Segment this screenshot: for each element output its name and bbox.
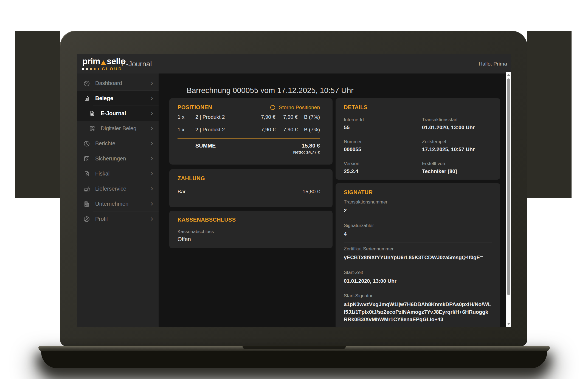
sidebar-item-e-journal[interactable]: E-Journal › <box>77 106 159 121</box>
sidebar-item-sicherungen[interactable]: Sicherungen › <box>77 151 159 166</box>
chevron-right-icon: › <box>151 169 153 177</box>
scroll-up-arrow-icon[interactable] <box>507 74 510 76</box>
primasello-logo[interactable]: primsello CLOUD <box>82 57 125 71</box>
sidebar-item-label: E-Journal <box>101 110 126 117</box>
logo-wordmark: primsello <box>82 57 125 66</box>
signatur-label: Transaktionsnummer <box>344 199 492 205</box>
sidebar-item-belege[interactable]: Belege › <box>77 91 159 106</box>
detail-field: Interne-Id 55 <box>344 113 414 135</box>
storno-positionen-radio[interactable]: Storno Positionen <box>270 104 320 111</box>
position-qty: 1 x <box>178 114 195 120</box>
logo-subtitle-row: CLOUD <box>82 66 125 71</box>
signatur-value: a1pN3wvzVxgJmqW1ljw7H6DBAh8KnmkDPAs0pxIH… <box>344 301 492 323</box>
positionen-heading: POSITIONEN <box>178 104 212 111</box>
sidebar-item-unternehmen[interactable]: Unternehmen › <box>77 196 159 211</box>
app-header: primsello CLOUD E-Journal Hallo, Prima <box>77 54 511 73</box>
payment-method: Bar <box>178 189 186 195</box>
document-lock-icon <box>83 170 90 177</box>
sum-divider <box>178 138 320 139</box>
laptop-base-notch <box>243 346 346 349</box>
dashboard-gauge-icon <box>83 80 90 87</box>
document-icon <box>89 110 96 117</box>
floppy-disk-icon <box>83 155 90 162</box>
logo-dot-icon <box>82 68 84 70</box>
kassenabschluss-value: Offen <box>178 236 324 242</box>
chevron-right-icon: › <box>151 109 153 117</box>
chevron-right-icon: › <box>151 94 153 102</box>
sidebar-item-label: Profil <box>95 216 108 222</box>
detail-field: Nummer 000055 <box>344 135 414 157</box>
logo-text-start: prim <box>82 57 100 66</box>
signatur-field: Zertifikat Seriennummer yECBTx8f9XfYYUnY… <box>344 242 492 266</box>
signatur-field: Start-Signatur a1pN3wvzVxgJmqW1ljw7H6DBA… <box>344 289 492 327</box>
page-title: Barrechnung 000055 vom 17.12.2025, 10:57… <box>187 86 354 95</box>
signatur-value: 01.01.2020, 13:00 Uhr <box>344 277 492 285</box>
backdrop-panel-left <box>15 31 60 198</box>
scrollbar[interactable] <box>506 72 511 327</box>
detail-field: Erstellt von Techniker [80] <box>422 157 492 179</box>
signatur-field: Transaktionsnummer 2 <box>344 196 492 219</box>
position-name: 2 | Produkt 2 <box>195 127 253 133</box>
signatur-field: Signaturzähler 4 <box>344 219 492 243</box>
scrollbar-thumb[interactable] <box>507 78 510 295</box>
detail-label: Version <box>344 161 414 166</box>
chevron-right-icon: › <box>151 215 153 222</box>
detail-value: 25.2.4 <box>344 168 414 174</box>
logo-a-triangle-icon <box>101 60 106 65</box>
pie-chart-icon <box>83 140 90 147</box>
sum-label: SUMME <box>195 143 216 149</box>
position-tax: B (7%) <box>298 114 320 120</box>
chevron-right-icon: › <box>151 124 153 132</box>
document-icon <box>83 95 90 102</box>
signatur-value: 2 <box>344 207 492 214</box>
detail-value: 17.12.2025, 10:57 Uhr <box>422 146 492 152</box>
details-heading: DETAILS <box>344 104 492 111</box>
user-greeting: Hallo, Prima <box>479 61 507 67</box>
zahlung-heading: ZAHLUNG <box>178 175 320 182</box>
signatur-card: SIGNATUR Transaktionsnummer 2 Signaturzä… <box>336 183 500 327</box>
position-total-price: 7,90 € <box>275 127 298 133</box>
positionen-card: POSITIONEN Storno Positionen 1 x 2 | Pro… <box>169 98 333 165</box>
detail-label: Transaktionsstart <box>422 117 492 123</box>
scroll-down-arrow-icon[interactable] <box>507 323 510 325</box>
sidebar-item-profil[interactable]: Profil › <box>77 211 159 227</box>
position-unit-price: 7,90 € <box>253 127 275 133</box>
detail-field: Version 25.2.4 <box>344 157 414 179</box>
kassenabschluss-card: KASSENABSCHLUSS Kassenabschluss Offen <box>169 211 333 248</box>
sidebar-item-fiskal[interactable]: Fiskal › <box>77 166 159 181</box>
sidebar-item-berichte[interactable]: Berichte › <box>77 136 159 151</box>
sidebar-item-dashboard[interactable]: Dashboard › <box>77 76 159 91</box>
position-row: 1 x 2 | Produkt 2 7,90 € 7,90 € B (7%) <box>178 124 320 136</box>
logo-dot-icon <box>86 68 88 70</box>
sidebar-item-label: Lieferservice <box>95 186 126 192</box>
signatur-value: yECBTx8f9XfYYUnYpU6rL85K3TCDWJ0za5msgQ4f… <box>344 254 492 261</box>
sidebar-item-digitaler-beleg[interactable]: Digitaler Beleg › <box>77 121 159 136</box>
position-total-price: 7,90 € <box>275 114 298 120</box>
logo-cloud-label: CLOUD <box>102 66 123 71</box>
sum-value: 15,80 € <box>302 143 320 149</box>
signatur-value: 4 <box>344 230 492 238</box>
position-unit-price: 7,90 € <box>253 114 275 120</box>
sidebar-item-label: Belege <box>95 95 113 101</box>
backdrop-panel-right <box>527 31 572 198</box>
position-tax: B (7%) <box>298 127 320 133</box>
main-content: Barrechnung 000055 vom 17.12.2025, 10:57… <box>159 73 506 327</box>
laptop-shadow <box>41 351 547 368</box>
sidebar-item-label: Berichte <box>95 140 115 147</box>
sidebar-item-lieferservice[interactable]: Lieferservice › <box>77 181 159 196</box>
page-background: primsello CLOUD E-Journal Hallo, Prima <box>0 0 588 379</box>
detail-value: 01.01.2020, 13:00 Uhr <box>422 125 492 131</box>
sidebar-item-label: Fiskal <box>95 171 109 177</box>
detail-field: Transaktionsstart 01.01.2020, 13:00 Uhr <box>422 113 492 135</box>
chevron-right-icon: › <box>151 185 153 192</box>
chevron-right-icon: › <box>151 79 153 87</box>
detail-label: Erstellt von <box>422 161 492 166</box>
detail-value: 000055 <box>344 146 414 152</box>
sidebar-item-label: Unternehmen <box>95 201 128 207</box>
zahlung-card: ZAHLUNG Bar 15,80 € <box>169 169 333 207</box>
building-icon <box>83 200 90 208</box>
burger-drink-icon <box>83 185 90 193</box>
kassenabschluss-label: Kassenabschluss <box>178 229 324 234</box>
logo-dot-icon <box>90 68 92 70</box>
app-window: primsello CLOUD E-Journal Hallo, Prima <box>77 54 511 327</box>
